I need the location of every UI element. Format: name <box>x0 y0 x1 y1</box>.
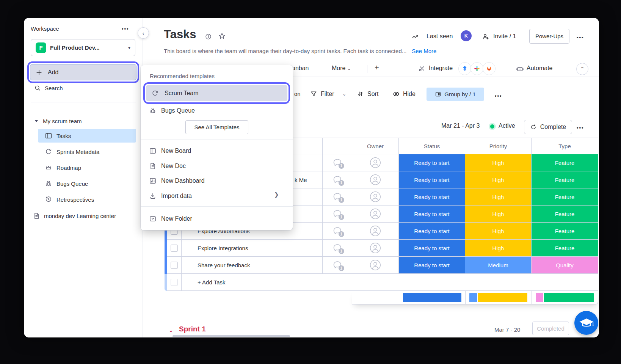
see-more-link[interactable]: See More <box>412 48 436 54</box>
type-cell[interactable]: Feature <box>532 154 598 171</box>
sidebar-item-retrospectives[interactable]: Retrospectives <box>38 193 136 206</box>
workspace-selector[interactable]: F Full Product Dev... ▾ <box>31 39 135 56</box>
integrate-button[interactable]: Integrate <box>429 65 453 72</box>
type-cell[interactable]: Quality <box>532 257 598 274</box>
sidebar-item-bugs-queue[interactable]: Bugs Queue <box>38 177 136 190</box>
chat-bubble-cell[interactable]: 1 <box>323 154 352 171</box>
status-summary-cell[interactable] <box>399 291 465 304</box>
group-by-button[interactable]: Group by / 1 <box>427 88 484 101</box>
task-name-cell[interactable]: Explore Integrations <box>182 240 323 257</box>
column-header-status[interactable]: Status <box>399 138 465 154</box>
sprint1-completed-button[interactable]: Completed <box>532 322 569 335</box>
collapse-header-button[interactable]: ⌃ <box>576 63 588 75</box>
sidebar-search[interactable]: Search <box>34 83 63 93</box>
priority-cell[interactable]: Medium <box>465 257 532 274</box>
status-cell[interactable]: Ready to start <box>399 223 465 240</box>
sidebar-item-sprints-metadata[interactable]: Sprints Metadata <box>38 145 136 158</box>
learn-button[interactable] <box>574 311 598 335</box>
owner-cell[interactable] <box>352 206 399 223</box>
complete-sprint-button[interactable]: Complete <box>524 120 572 134</box>
status-cell[interactable]: Ready to start <box>399 240 465 257</box>
owner-avatar-icon <box>370 208 381 220</box>
filter-button[interactable]: Filter <box>321 91 334 97</box>
menu-item-new-doc[interactable]: New Doc <box>149 160 186 172</box>
type-cell[interactable]: Feature <box>532 206 598 223</box>
priority-summary-cell[interactable] <box>465 291 532 304</box>
invite-button[interactable]: Invite / 1 <box>493 33 516 40</box>
chat-bubble-cell[interactable]: 1 <box>323 188 352 206</box>
column-header-priority[interactable]: Priority <box>465 138 532 154</box>
tab-more[interactable]: More ⌄ <box>332 65 351 72</box>
automate-button[interactable]: Automate <box>527 65 552 72</box>
owner-cell[interactable] <box>352 223 399 240</box>
owner-cell[interactable] <box>352 171 399 188</box>
owner-cell[interactable] <box>352 257 399 274</box>
menu-section-title: Recommended templates <box>150 73 215 79</box>
owner-cell[interactable] <box>352 188 399 206</box>
column-header-owner[interactable]: Owner <box>352 138 399 154</box>
status-cell[interactable]: Ready to start <box>399 171 465 188</box>
chat-bubble-cell[interactable]: 1 <box>323 257 352 274</box>
priority-cell[interactable]: High <box>465 171 532 188</box>
chat-bubble-cell[interactable]: 1 <box>323 223 352 240</box>
power-ups-button[interactable]: Power-Ups <box>529 29 569 44</box>
row-checkbox-cell[interactable] <box>167 240 182 257</box>
sprint1-title[interactable]: Sprint 1 <box>179 325 206 333</box>
type-summary-cell[interactable] <box>532 291 598 304</box>
priority-cell[interactable]: High <box>465 154 532 171</box>
workspace-avatar: F <box>36 42 46 53</box>
activity-icon[interactable] <box>411 33 419 41</box>
priority-cell[interactable]: High <box>465 223 532 240</box>
chat-bubble-cell[interactable]: 1 <box>323 171 352 188</box>
sidebar-item-tasks[interactable]: Tasks <box>38 129 136 143</box>
star-icon[interactable] <box>218 32 226 40</box>
document-icon <box>149 162 157 170</box>
workspace-menu-dots-icon[interactable]: ••• <box>122 26 129 31</box>
hide-button[interactable]: Hide <box>403 91 416 97</box>
type-cell[interactable]: Feature <box>532 188 598 206</box>
row-checkbox-cell[interactable] <box>167 257 182 274</box>
sidebar-item-roadmap[interactable]: Roadmap <box>38 161 136 174</box>
owner-cell[interactable] <box>352 240 399 257</box>
add-task-button[interactable]: + Add Task <box>182 274 598 291</box>
priority-cell[interactable]: High <box>465 206 532 223</box>
status-cell[interactable]: Ready to start <box>399 206 465 223</box>
owner-cell[interactable] <box>352 154 399 171</box>
menu-item-scrum-team[interactable]: Scrum Team <box>146 85 287 101</box>
see-all-templates-button[interactable]: See All Templates <box>185 120 248 134</box>
header-menu-dots-icon[interactable]: ••• <box>577 35 584 40</box>
status-cell[interactable]: Ready to start <box>399 188 465 206</box>
chat-bubble-cell[interactable]: 1 <box>323 240 352 257</box>
type-cell[interactable]: Feature <box>532 240 598 257</box>
menu-item-new-board[interactable]: New Board <box>149 145 191 157</box>
chevron-down-icon[interactable]: ⌄ <box>169 327 173 333</box>
menu-item-new-dashboard[interactable]: New Dashboard <box>149 175 205 187</box>
chevron-down-icon[interactable]: ⌄ <box>342 91 346 97</box>
menu-item-import-data[interactable]: Import data <box>149 190 192 202</box>
column-header-type[interactable]: Type <box>532 138 598 154</box>
sort-button[interactable]: Sort <box>367 91 378 97</box>
status-cell[interactable]: Ready to start <box>399 257 465 274</box>
sidebar-team[interactable]: My scrum team <box>34 116 82 126</box>
sprint-menu-dots-icon[interactable]: ••• <box>577 125 584 130</box>
avatar[interactable]: K <box>461 30 472 41</box>
sidebar-item-learning-center[interactable]: monday dev Learning center <box>33 209 116 223</box>
horizontal-scrollbar[interactable] <box>172 335 290 337</box>
sidebar-collapse-button[interactable]: ‹ <box>138 27 149 39</box>
tab-kanban-partial[interactable]: anban <box>292 65 309 72</box>
status-cell[interactable]: Ready to start <box>399 154 465 171</box>
add-view-button[interactable]: + <box>375 63 379 72</box>
task-name-cell[interactable]: Share your feedback <box>182 257 323 274</box>
info-icon[interactable] <box>205 33 212 40</box>
type-cell[interactable]: Feature <box>532 171 598 188</box>
person-button-partial[interactable]: on <box>294 91 301 97</box>
chat-bubble-cell[interactable]: 1 <box>323 206 352 223</box>
priority-cell[interactable]: High <box>465 188 532 206</box>
addtask-checkbox-cell[interactable] <box>167 274 182 291</box>
type-cell[interactable]: Feature <box>532 223 598 240</box>
filter-menu-dots-icon[interactable]: ••• <box>495 93 502 99</box>
menu-item-bugs-queue[interactable]: Bugs Queue <box>149 105 195 116</box>
priority-cell[interactable]: High <box>465 240 532 257</box>
add-button[interactable]: Add <box>30 64 136 80</box>
menu-item-new-folder[interactable]: New Folder <box>149 213 192 224</box>
